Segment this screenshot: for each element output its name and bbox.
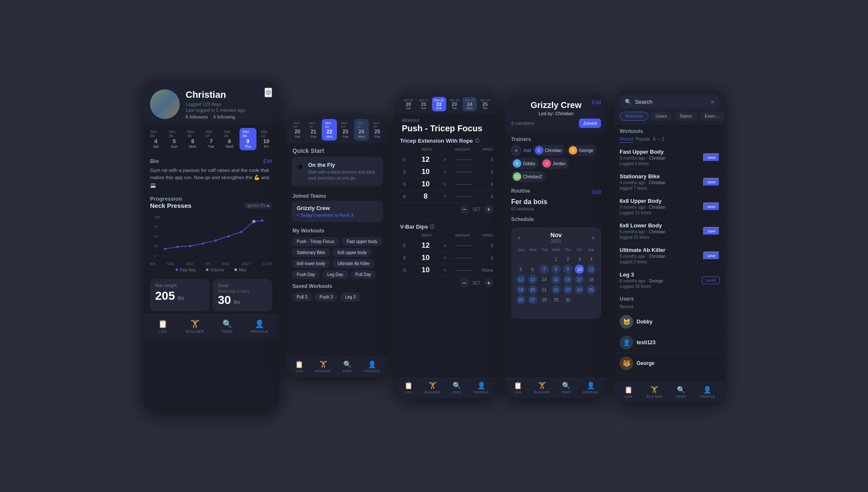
cal-day[interactable]: Nov 2424Wed (462, 97, 477, 111)
cal-date-cell[interactable]: 16 (563, 275, 573, 284)
search-clear-icon[interactable]: ✕ (710, 99, 715, 105)
remove-set-button[interactable]: − (460, 205, 469, 214)
cal-day[interactable]: Nov 2222Mon (322, 119, 337, 141)
cal-date-cell[interactable]: 30 (563, 295, 573, 304)
saved-chip[interactable]: Pull 3 (292, 293, 312, 301)
add-trainer-button[interactable]: + (511, 145, 521, 155)
workout-chip[interactable]: Leg Day (322, 270, 348, 279)
p2-nav-feed[interactable]: 🔍 FEED (343, 360, 353, 373)
p3-nav-profile[interactable]: 👤 PROFILE (474, 381, 489, 394)
p3-nav-builder[interactable]: 🏋️ BUILDER (425, 381, 440, 394)
p2-nav-log[interactable]: 📋 LOG (295, 360, 303, 373)
cal-date-cell[interactable]: 1 (551, 254, 561, 264)
cal-day[interactable]: Dec 088Wed (221, 128, 238, 150)
saved-chip[interactable]: Push 3 (314, 293, 338, 301)
cal-date-cell[interactable]: 15 (551, 275, 561, 284)
cal-date-cell[interactable]: 13 (528, 275, 537, 284)
cal-date-cell[interactable]: 26 (516, 295, 526, 304)
save-button-2[interactable]: save (703, 178, 720, 186)
cal-prev-button[interactable]: ‹ (515, 233, 523, 242)
p3-nav-log[interactable]: 📋 LOG (404, 381, 413, 394)
workout-chip[interactable]: Ultimate Ab Killer (332, 259, 375, 268)
cal-date-cell[interactable]: 8 (551, 265, 561, 274)
p2-nav-profile[interactable]: 👤 PROFILE (364, 360, 380, 373)
p3-nav-feed[interactable]: 🔍 FEED (452, 381, 462, 394)
nav-builder[interactable]: 🏋️ BUILDER (179, 319, 211, 334)
save-button-4[interactable]: save (703, 227, 720, 235)
cal-day[interactable]: Nov 2323Tue (338, 119, 353, 141)
cal-day[interactable]: Nov 2525Thu (478, 97, 492, 111)
cal-day[interactable]: Nov 2525Thu (370, 119, 385, 141)
cal-date-cell[interactable]: 18 (587, 275, 596, 284)
cal-date-cell[interactable]: 14 (540, 275, 549, 284)
p4-nav-builder[interactable]: 🏋️ BUILDER (534, 381, 550, 394)
cal-date-cell[interactable]: 12 (516, 275, 526, 284)
workout-chip[interactable]: Fast upper body (342, 237, 382, 246)
cal-date-cell[interactable]: 27 (528, 295, 537, 304)
cal-date-cell[interactable]: 5 (516, 265, 526, 274)
cal-date-cell[interactable]: 25 (587, 285, 596, 294)
p5-nav-log[interactable]: 📋 LOG (624, 386, 633, 398)
nav-profile[interactable]: 👤 PROFILE (243, 319, 275, 334)
p4-nav-log[interactable]: 📋 LOG (514, 381, 522, 394)
cal-day[interactable]: Dec 044Sat (147, 128, 164, 150)
workout-chip[interactable]: 6x8 lower body (292, 259, 330, 268)
add-set-button-2[interactable]: + (484, 278, 493, 287)
cal-date-cell[interactable]: 4 (587, 254, 596, 264)
p5-nav-builder[interactable]: 🏋️ BUILDER (647, 386, 662, 398)
avatar[interactable] (150, 89, 180, 119)
add-label[interactable]: Add (523, 148, 531, 153)
team-edit-button[interactable]: Edit (592, 100, 601, 105)
search-input[interactable] (635, 99, 707, 105)
cal-day[interactable]: Nov 2222Mon (432, 97, 446, 111)
cal-day[interactable]: Dec 077Tue (203, 128, 219, 150)
cal-date-cell[interactable]: 9 (563, 265, 573, 274)
cal-date-cell[interactable]: 22 (551, 285, 561, 294)
workout-chip[interactable]: Pull Day (351, 270, 376, 279)
filter-teams[interactable]: Teams (674, 112, 697, 121)
cal-day[interactable]: Nov 2020Sat (401, 97, 415, 111)
cal-date-cell[interactable]: 20 (528, 285, 537, 294)
cal-date-cell[interactable]: 23 (563, 285, 573, 294)
cal-day[interactable]: Dec 1010Fri (258, 128, 275, 150)
p4-nav-profile[interactable]: 👤 PROFILE (583, 381, 598, 394)
ignore-button[interactable]: ignore 0's ■ (244, 202, 272, 209)
settings-button[interactable]: ⚙ (264, 88, 272, 97)
remove-set-button-2[interactable]: − (460, 278, 469, 287)
cal-date-cell[interactable]: 6 (528, 265, 537, 274)
save-button-5[interactable]: save (703, 252, 720, 260)
info-icon[interactable]: ⓘ (475, 138, 479, 144)
cal-next-button[interactable]: › (590, 233, 597, 242)
sort-az[interactable]: A → Z (653, 137, 665, 143)
cal-day[interactable]: Nov 2323Tue (447, 97, 462, 111)
cal-day[interactable]: Dec 088Mon (184, 128, 201, 150)
info-icon-2[interactable]: ⓘ (430, 224, 434, 230)
cal-date-cell[interactable]: 7 (540, 265, 549, 274)
cal-date-cell[interactable]: 21 (540, 285, 549, 294)
cal-day[interactable]: Nov 2424Wed (354, 119, 369, 141)
workout-chip[interactable]: Stationary Bike (292, 248, 330, 257)
p5-nav-feed[interactable]: 🔍 FEED (676, 386, 686, 398)
p5-nav-profile[interactable]: 👤 PROFILE (700, 386, 715, 398)
cal-date-cell[interactable]: 19 (516, 285, 526, 294)
cal-day[interactable]: Dec 099Thu (239, 128, 256, 150)
filter-exercises[interactable]: Exerc... (699, 112, 725, 121)
cal-day[interactable]: Dec 055Sun (166, 128, 182, 150)
routine-edit-button[interactable]: Edit (592, 189, 601, 195)
cal-date-cell[interactable]: 29 (551, 295, 561, 304)
sort-popular[interactable]: Popular (636, 137, 650, 143)
save-button-1[interactable]: save (703, 153, 720, 162)
join-button[interactable]: Joined (579, 119, 601, 128)
p2-nav-builder[interactable]: 🏋️ BUILDER (315, 360, 331, 373)
nav-log[interactable]: 📋 LOG (147, 319, 179, 334)
bio-edit-button[interactable]: Edit (263, 158, 272, 164)
saved-button-6[interactable]: saved (702, 276, 720, 284)
saved-chip[interactable]: Leg 3 (340, 293, 361, 301)
filter-workouts[interactable]: Workouts (620, 112, 648, 121)
cal-date-cell[interactable]: 3 (575, 254, 584, 264)
workout-chip[interactable]: 6x8 upper body (332, 248, 372, 257)
add-set-button[interactable]: + (484, 205, 493, 214)
workout-chip[interactable]: Push Day (292, 270, 320, 279)
cal-date-cell[interactable]: 24 (575, 285, 584, 294)
cal-date-cell[interactable]: 2 (563, 254, 573, 264)
